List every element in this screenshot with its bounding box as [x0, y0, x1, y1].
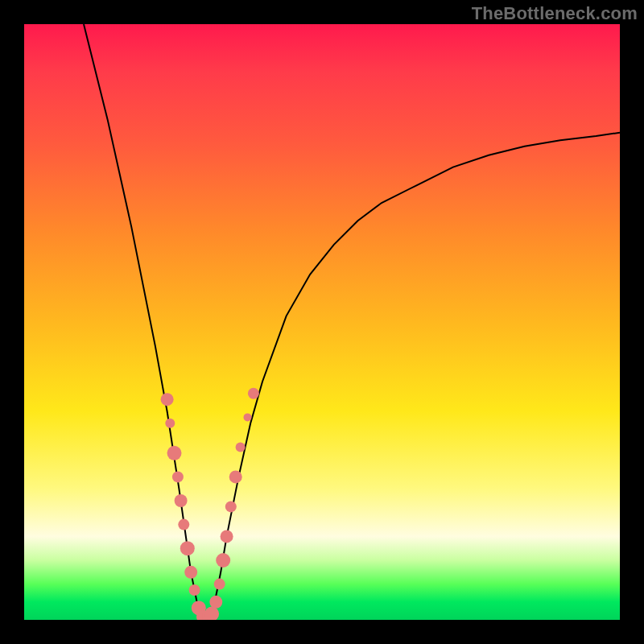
- marker-dot: [165, 419, 175, 428]
- marker-dot: [216, 553, 230, 568]
- marker-dot: [229, 470, 242, 483]
- marker-dot: [167, 446, 182, 460]
- bottleneck-curve: [84, 24, 620, 620]
- marker-dot: [209, 596, 222, 609]
- marker-dot: [221, 530, 233, 543]
- marker-dot: [225, 501, 237, 512]
- marker-dots: [161, 388, 259, 620]
- marker-dot: [236, 442, 246, 452]
- chart-frame: TheBottleneck.com: [0, 0, 644, 644]
- marker-dot: [175, 494, 188, 507]
- marker-dot: [184, 566, 197, 579]
- marker-dot: [189, 584, 200, 596]
- marker-dot: [244, 413, 252, 421]
- marker-dot: [180, 541, 195, 555]
- marker-dot: [161, 393, 174, 406]
- watermark-text: TheBottleneck.com: [472, 3, 638, 24]
- marker-dot: [204, 607, 219, 620]
- marker-dot: [248, 388, 259, 399]
- marker-dot: [172, 471, 184, 482]
- marker-dot: [178, 519, 189, 530]
- plot-area: [24, 24, 620, 620]
- marker-dot: [214, 579, 225, 590]
- curve-layer: [24, 24, 620, 620]
